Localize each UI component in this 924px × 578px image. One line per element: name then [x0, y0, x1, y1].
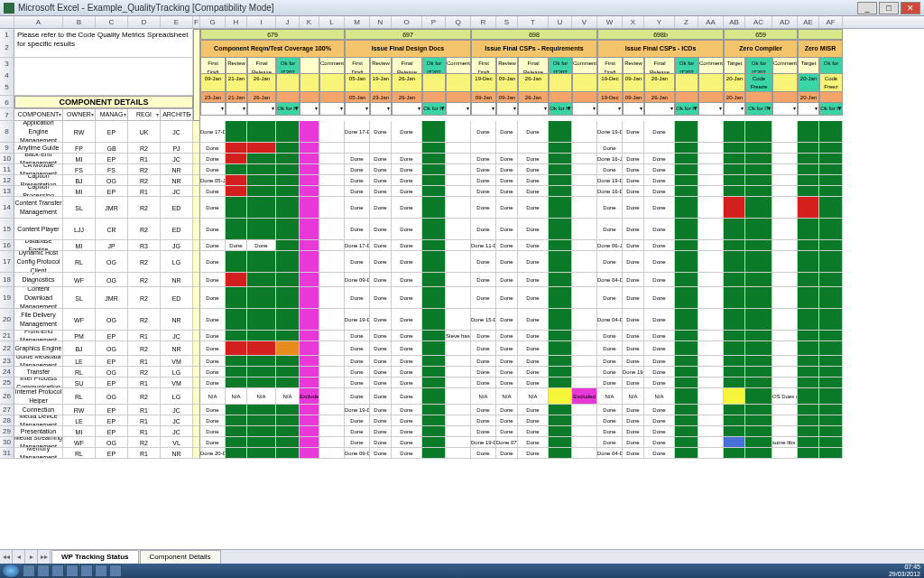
data-cell[interactable]: Done [471, 287, 496, 309]
data-cell[interactable] [276, 405, 300, 415]
architect-cell[interactable]: NR [161, 448, 193, 459]
data-cell[interactable]: Done [471, 219, 496, 240]
data-cell[interactable] [772, 251, 798, 273]
data-cell[interactable]: Done [597, 426, 623, 437]
data-cell[interactable] [300, 367, 319, 378]
filter-archite[interactable]: ARCHITE [161, 108, 193, 121]
target-date[interactable] [549, 74, 572, 92]
data-cell[interactable]: Done [345, 251, 370, 273]
target-date[interactable]: 20-Jan [798, 74, 819, 92]
region-cell[interactable]: R1 [128, 415, 161, 426]
manager-cell[interactable]: EP [96, 415, 128, 426]
data-cell[interactable] [572, 154, 597, 164]
data-cell[interactable] [675, 448, 698, 459]
data-cell[interactable] [772, 273, 798, 287]
data-cell[interactable]: Done [496, 240, 518, 251]
data-cell[interactable] [745, 121, 772, 143]
data-cell[interactable] [247, 331, 276, 341]
data-cell[interactable]: Done [644, 175, 675, 186]
data-cell[interactable] [276, 186, 300, 197]
manager-cell[interactable]: OG [96, 341, 128, 356]
data-cell[interactable] [300, 154, 319, 164]
data-cell[interactable]: Done [496, 415, 518, 426]
data-cell[interactable] [772, 287, 798, 309]
data-cell[interactable]: Done [200, 341, 226, 356]
data-cell[interactable] [675, 143, 698, 154]
data-cell[interactable] [572, 309, 597, 331]
data-cell[interactable]: Done [518, 197, 549, 219]
data-cell[interactable]: Done 17-Dec [200, 121, 226, 143]
data-cell[interactable] [247, 197, 276, 219]
data-cell[interactable] [819, 415, 843, 426]
architect-cell[interactable]: VM [161, 378, 193, 388]
data-cell[interactable] [675, 341, 698, 356]
owner-cell[interactable]: LE [63, 356, 96, 367]
data-cell[interactable] [724, 273, 745, 287]
region-cell[interactable]: R1 [128, 154, 161, 164]
data-cell[interactable]: Done [471, 121, 496, 143]
data-cell[interactable] [724, 251, 745, 273]
data-cell[interactable]: Done [200, 219, 226, 240]
data-cell[interactable] [319, 273, 345, 287]
region-cell[interactable]: R2 [128, 367, 161, 378]
component-name[interactable]: Hyper Text Transfer Protocol [14, 367, 63, 378]
filter-cell[interactable]: ▾ [496, 103, 518, 116]
tab-nav-last[interactable]: ▸▸ [38, 550, 51, 564]
data-cell[interactable]: Done [370, 197, 392, 219]
system-tray[interactable]: 07:45 29/03/2012 [889, 564, 924, 578]
data-cell[interactable]: Done [623, 164, 644, 175]
data-cell[interactable]: Done [392, 405, 422, 415]
data-cell[interactable] [772, 378, 798, 388]
data-cell[interactable] [226, 367, 247, 378]
data-cell[interactable]: Done [370, 273, 392, 287]
data-cell[interactable] [675, 378, 698, 388]
data-cell[interactable]: Done [200, 367, 226, 378]
data-cell[interactable]: Done [623, 219, 644, 240]
data-cell[interactable] [226, 287, 247, 309]
data-cell[interactable]: Done [644, 341, 675, 356]
data-cell[interactable] [698, 331, 724, 341]
data-cell[interactable] [572, 164, 597, 175]
data-cell[interactable]: Done [345, 367, 370, 378]
data-cell[interactable]: Done [623, 309, 644, 331]
data-cell[interactable]: Done [518, 175, 549, 186]
data-cell[interactable]: Done [200, 197, 226, 219]
region-cell[interactable]: R2 [128, 341, 161, 356]
owner-cell[interactable]: RW [63, 121, 96, 143]
data-cell[interactable]: some libs as required [772, 437, 798, 448]
target-date[interactable]: Code Freeze 26-Feb [745, 74, 772, 92]
architect-cell[interactable]: NR [161, 309, 193, 331]
data-cell[interactable] [698, 287, 724, 309]
architect-cell[interactable]: VL [161, 437, 193, 448]
data-cell[interactable]: Done [496, 356, 518, 367]
data-cell[interactable]: Done [345, 219, 370, 240]
data-cell[interactable] [319, 367, 345, 378]
filter-cell[interactable]: ▾ [226, 103, 247, 116]
data-cell[interactable]: Done [644, 426, 675, 437]
data-cell[interactable] [819, 356, 843, 367]
data-cell[interactable] [724, 175, 745, 186]
filter-cell[interactable]: ▾ [644, 103, 675, 116]
data-cell[interactable] [698, 197, 724, 219]
data-cell[interactable]: Done [518, 331, 549, 341]
data-cell[interactable] [772, 331, 798, 341]
architect-cell[interactable]: LG [161, 388, 193, 405]
data-cell[interactable] [247, 154, 276, 164]
region-cell[interactable]: UK [128, 121, 161, 143]
target-date[interactable]: 20-Jan [724, 74, 745, 92]
data-cell[interactable] [446, 186, 471, 197]
data-cell[interactable] [772, 154, 798, 164]
data-cell[interactable]: Done [644, 287, 675, 309]
filter-cell[interactable]: ▾ [572, 103, 597, 116]
data-cell[interactable]: Done [392, 197, 422, 219]
data-cell[interactable] [446, 164, 471, 175]
extension-date[interactable]: 26-Jan [644, 92, 675, 103]
data-cell[interactable] [549, 164, 572, 175]
data-cell[interactable] [300, 219, 319, 240]
data-cell[interactable] [549, 143, 572, 154]
data-cell[interactable] [819, 175, 843, 186]
data-cell[interactable]: Done [370, 367, 392, 378]
target-date[interactable] [772, 74, 798, 92]
data-cell[interactable]: N/A [623, 388, 644, 405]
data-cell[interactable] [446, 437, 471, 448]
